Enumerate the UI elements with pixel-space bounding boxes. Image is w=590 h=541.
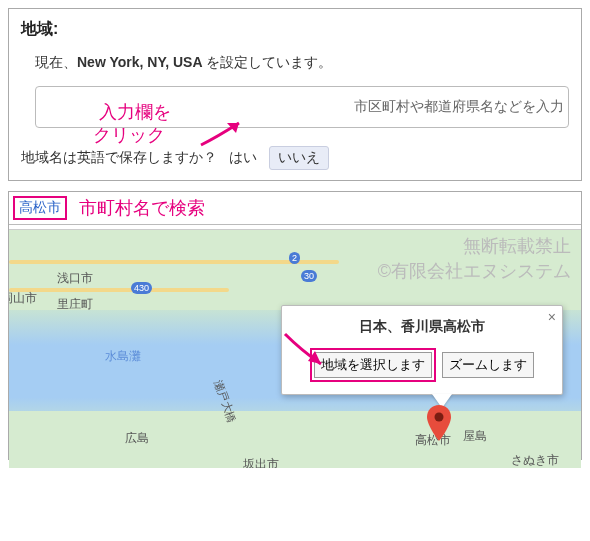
city-label: 広島 [125, 430, 149, 447]
save-yes-option[interactable]: はい [229, 149, 257, 165]
current-prefix: 現在、 [35, 54, 77, 70]
current-location-line: 現在、New York, NY, USA を設定しています。 [35, 54, 569, 72]
city-label: 里庄町 [57, 296, 93, 313]
city-label: 浅口市 [57, 270, 93, 287]
sea-label: 水島灘 [105, 348, 141, 365]
svg-point-2 [435, 413, 444, 422]
route-badge-30: 30 [301, 270, 317, 282]
map-infowindow: × 日本、香川県高松市 地域を選択します ズームします [281, 305, 563, 395]
search-hint-annotation: 市町村名で検索 [79, 196, 205, 220]
save-english-line: 地域名は英語で保存しますか？ はい いいえ [21, 146, 569, 170]
city-label: 坂出市 [243, 456, 279, 468]
route-badge-2: 2 [289, 252, 300, 264]
map-marker-icon[interactable] [427, 405, 451, 441]
city-label: 屋島 [463, 428, 487, 445]
select-region-button[interactable]: 地域を選択します [314, 352, 432, 378]
route-badge-430: 430 [131, 282, 152, 294]
current-suffix: を設定しています。 [203, 54, 333, 70]
current-location-value: New York, NY, USA [77, 54, 203, 70]
map-search-row: 高松市 市町村名で検索 [9, 192, 581, 225]
region-panel: 地域: 現在、New York, NY, USA を設定しています。 市区町村や… [8, 8, 582, 181]
infowindow-close-icon[interactable]: × [548, 310, 556, 324]
location-input-placeholder: 市区町村や都道府県名などを入力 [354, 98, 564, 116]
zoom-button[interactable]: ズームします [442, 352, 534, 378]
infowindow-title: 日本、香川県高松市 [294, 318, 550, 336]
map[interactable]: 2 30 430 浅口市 岡山市 里庄町 水島灘 広島 坂出市 高松市 屋島 さ… [9, 229, 581, 468]
region-title: 地域: [21, 19, 569, 40]
save-no-button[interactable]: いいえ [269, 146, 329, 170]
road [9, 288, 229, 292]
city-label: 岡山市 [9, 290, 37, 307]
city-label: さぬき市 [511, 452, 559, 468]
save-question: 地域名は英語で保存しますか？ [21, 149, 217, 165]
search-term[interactable]: 高松市 [13, 196, 67, 220]
select-region-highlight: 地域を選択します [310, 348, 436, 382]
map-panel: 高松市 市町村名で検索 2 30 430 浅口市 岡山市 里庄町 水島灘 広島 … [8, 191, 582, 460]
location-input[interactable]: 市区町村や都道府県名などを入力 [35, 86, 569, 128]
infowindow-buttons: 地域を選択します ズームします [294, 348, 550, 382]
